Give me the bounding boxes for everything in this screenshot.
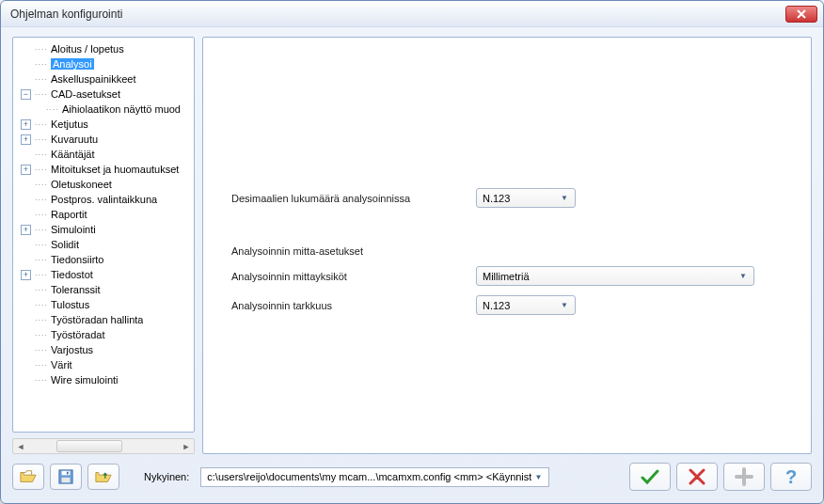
tree-hscrollbar[interactable]: ◄ ►	[12, 438, 195, 454]
tree-connector: ····	[35, 285, 48, 294]
tree-item-label: Työstöradat	[51, 329, 104, 340]
tree-item[interactable]: +····Ketjutus	[13, 117, 194, 132]
tree-item[interactable]: ····Postpros. valintaikkuna	[13, 192, 194, 207]
plus-icon	[735, 467, 753, 486]
tree-indent	[21, 210, 31, 220]
footer: Nykyinen: c:\users\reijo\documents\my mc…	[1, 458, 823, 503]
tree-connector: ····	[35, 195, 48, 204]
tree-item-label: Työstöradan hallinta	[51, 314, 143, 325]
tree-item[interactable]: +····Simulointi	[13, 222, 194, 237]
scroll-right-arrow[interactable]: ►	[179, 439, 194, 453]
tree-item-label: Wire simulointi	[51, 374, 119, 386]
tree-connector: ····	[35, 225, 48, 234]
folder-open-icon	[20, 469, 37, 484]
decimals-row: Desimaalien lukumäärä analysoinnissa N.1…	[231, 188, 783, 208]
collapse-icon[interactable]: −	[21, 89, 31, 100]
chevron-down-icon: ▼	[737, 272, 750, 280]
tree-item-label: CAD-asetukset	[51, 88, 120, 100]
tree-item[interactable]: ····Värit	[13, 357, 194, 372]
tree-connector: ····	[35, 345, 48, 354]
tree-item[interactable]: −····CAD-asetukset	[13, 87, 194, 102]
cross-icon	[689, 468, 705, 485]
units-dropdown[interactable]: Millimetriä ▼	[476, 266, 754, 286]
expand-icon[interactable]: +	[21, 225, 31, 235]
scroll-left-arrow[interactable]: ◄	[13, 439, 28, 453]
close-button[interactable]	[785, 6, 817, 23]
chevron-down-icon: ▼	[558, 194, 571, 202]
tree-item[interactable]: ····Analysoi	[13, 56, 194, 71]
tree-item-label: Postpros. valintaikkuna	[51, 194, 157, 205]
decimals-value: N.123	[483, 193, 558, 204]
tree-item-label: Varjostus	[51, 344, 93, 355]
tree-item-label: Solidit	[51, 239, 79, 250]
tree-item[interactable]: ····Solidit	[13, 237, 194, 252]
decimals-label: Desimaalien lukumäärä analysoinnissa	[231, 193, 476, 204]
current-label: Nykyinen:	[144, 471, 189, 482]
decimals-dropdown[interactable]: N.123 ▼	[476, 188, 576, 208]
tree-indent	[21, 330, 31, 340]
tree-indent	[21, 360, 31, 370]
tree-indent	[21, 375, 31, 386]
save-button[interactable]	[50, 464, 82, 490]
tree-item-label: Aihiolaatikon näyttö muod	[62, 103, 181, 115]
svg-rect-3	[67, 472, 69, 475]
tree-indent	[21, 195, 31, 205]
units-row: Analysoinnin mittayksiköt Millimetriä ▼	[231, 266, 783, 286]
current-config-value: c:\users\reijo\documents\my mcam...\mcam…	[207, 471, 531, 482]
tree-item-label: Toleranssit	[51, 284, 101, 295]
tree-item[interactable]: ····Raportit	[13, 207, 194, 222]
tree-item[interactable]: ····Tiedonsiirto	[13, 252, 194, 267]
tree-item[interactable]: +····Mitoitukset ja huomautukset	[13, 162, 194, 177]
scroll-thumb[interactable]	[56, 440, 122, 452]
tree-item[interactable]: ····Kääntäjät	[13, 147, 194, 162]
tree-indent	[21, 44, 31, 55]
tree-connector: ····	[35, 180, 48, 189]
tree-item[interactable]: ····Työstöradan hallinta	[13, 312, 194, 327]
tree-item-label: Kääntäjät	[51, 149, 94, 160]
tree-connector: ····	[35, 375, 48, 385]
tree-indent	[21, 150, 31, 160]
tree-indent	[21, 59, 31, 70]
tree-item-label: Ketjutus	[51, 118, 88, 130]
help-button[interactable]: ?	[770, 463, 812, 491]
expand-icon[interactable]: +	[21, 134, 31, 145]
tree-connector: ····	[35, 270, 48, 279]
tree-item[interactable]: +····Tiedostot	[13, 267, 194, 282]
tree-item[interactable]: ····Työstöradat	[13, 327, 194, 342]
tree-item[interactable]: ····Toleranssit	[13, 282, 194, 297]
close-icon	[797, 9, 806, 19]
tree-item-label: Kuvaruutu	[51, 134, 98, 145]
precision-dropdown[interactable]: N.123 ▼	[476, 295, 576, 315]
cancel-button[interactable]	[676, 463, 718, 491]
units-value: Millimetriä	[483, 271, 737, 282]
tree-connector: ····	[35, 240, 48, 249]
tree-item[interactable]: ····Aloitus / lopetus	[13, 41, 194, 56]
tree-item[interactable]: ····Wire simulointi	[13, 372, 194, 387]
ok-button[interactable]	[629, 463, 671, 491]
window-title: Ohjelman konfigurointi	[10, 8, 785, 21]
current-config-dropdown[interactable]: c:\users\reijo\documents\my mcam...\mcam…	[200, 467, 549, 487]
tree-indent	[21, 300, 31, 310]
tree-connector: ····	[35, 210, 48, 219]
tree-item[interactable]: ····Askelluspainikkeet	[13, 71, 194, 87]
tree-item[interactable]: ····Aihiolaatikon näyttö muod	[13, 102, 194, 117]
help-icon: ?	[785, 466, 797, 488]
tree-connector: ····	[35, 255, 48, 264]
tree-item[interactable]: +····Kuvaruutu	[13, 132, 194, 147]
tree-item[interactable]: ····Varjostus	[13, 342, 194, 357]
saveas-button[interactable]	[87, 464, 119, 490]
expand-icon[interactable]: +	[21, 119, 31, 130]
add-button[interactable]	[723, 463, 765, 491]
tree-indent	[21, 255, 31, 265]
open-button[interactable]	[12, 464, 44, 490]
tree-item[interactable]: ····Oletuskoneet	[13, 177, 194, 192]
category-tree[interactable]: ····Aloitus / lopetus····Analysoi····Ask…	[12, 37, 195, 433]
expand-icon[interactable]: +	[21, 165, 31, 175]
tree-item-label: Analysoi	[51, 58, 94, 70]
tree-item[interactable]: ····Tulostus	[13, 297, 194, 312]
tree-item-label: Tiedostot	[51, 269, 93, 280]
tree-indent	[21, 285, 31, 295]
expand-icon[interactable]: +	[21, 270, 31, 280]
scroll-track[interactable]	[28, 439, 179, 453]
tree-item-label: Mitoitukset ja huomautukset	[51, 164, 179, 175]
